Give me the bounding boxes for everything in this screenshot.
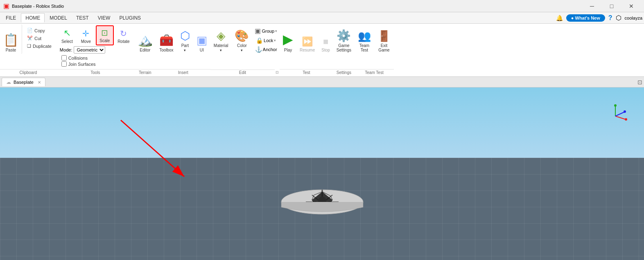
color-label: Color▾: [237, 43, 247, 52]
close-button[interactable]: ✕: [622, 0, 641, 12]
menu-view[interactable]: VIEW: [94, 13, 115, 22]
select-label: Select: [61, 39, 73, 44]
help-icon[interactable]: ?: [608, 14, 612, 22]
duplicate-button[interactable]: ❑ Duplicate: [25, 43, 53, 49]
svg-line-15: [615, 112, 624, 116]
menubar-right: 🔔 ● What's New ? ⬡ coolayza: [556, 14, 642, 22]
part-label: Part▾: [181, 43, 189, 52]
menu-home[interactable]: HOME: [21, 13, 45, 22]
tools-buttons-row: ↖ Select ✛ Move ⊡ Scale ↻: [58, 25, 133, 45]
select-button[interactable]: ↖ Select: [58, 25, 76, 45]
exit-game-icon: 🚪: [377, 30, 391, 43]
insert-section-top: 🧰 Toolbox ⬡ Part▾ ▣ UI: [156, 25, 210, 68]
username-label: coolayza: [625, 16, 642, 20]
titlebar: ▣ Baseplate - Roblox Studio ─ □ ✕: [0, 0, 644, 12]
color-button[interactable]: 🎨 Color▾: [231, 25, 252, 54]
stop-button[interactable]: ■ Stop: [318, 25, 333, 54]
resume-label: Resume: [300, 48, 315, 52]
edit-section-label: Edit: [210, 69, 275, 76]
game-settings-label: GameSettings: [337, 43, 351, 52]
exit-game-button[interactable]: 🚪 ExitGame: [374, 25, 394, 54]
rotate-button[interactable]: ↻ Rotate: [115, 25, 133, 45]
ui-button[interactable]: ▣ UI: [193, 25, 210, 54]
collisions-checkbox-label[interactable]: Collisions: [61, 55, 129, 61]
group-button[interactable]: ▣ Group ▾: [253, 26, 279, 36]
rotate-icon: ↻: [120, 29, 127, 38]
tools-section-label: Tools: [56, 69, 134, 76]
share-icon[interactable]: ⬡: [616, 14, 621, 22]
team-test-label: TeamTest: [359, 43, 369, 52]
paste-button[interactable]: 📋 Paste: [0, 25, 22, 54]
edit-right-group: ▣ Group ▾ 🔒 Lock ▾ ⚓ Anchor: [252, 25, 280, 55]
team-test-section: 👥 TeamTest 🚪 ExitGame Team Test: [355, 25, 394, 76]
tools-section: ↖ Select ✛ Move ⊡ Scale ↻: [56, 25, 134, 76]
bell-icon[interactable]: 🔔: [556, 15, 563, 21]
svg-point-12: [625, 118, 627, 121]
team-test-button[interactable]: 👥 TeamTest: [355, 25, 374, 54]
play-label: Play: [284, 48, 292, 52]
settings-section-top: ⚙️ GameSettings: [333, 25, 355, 68]
terrain-section-top: 🏔️ Editor: [134, 25, 156, 68]
svg-line-11: [615, 116, 626, 119]
clipboard-section: 📋 Paste 📄 Copy ✂️ Cut ❑ Duplicate Clipbo…: [0, 25, 56, 76]
collisions-checkbox[interactable]: [61, 55, 67, 61]
rotate-label: Rotate: [118, 39, 129, 44]
maximize-button[interactable]: □: [602, 0, 621, 12]
minimize-button[interactable]: ─: [583, 0, 601, 12]
join-surfaces-label: Join Surfaces: [68, 62, 96, 67]
edit-expand-icon[interactable]: ⊡: [275, 70, 280, 74]
edit-bottom: Edit ⊡: [210, 69, 280, 76]
stop-label: Stop: [321, 48, 330, 52]
lock-label: Lock: [264, 38, 273, 43]
viewport[interactable]: [0, 87, 644, 260]
game-settings-button[interactable]: ⚙️ GameSettings: [333, 25, 355, 54]
collisions-label: Collisions: [68, 56, 88, 61]
duplicate-label: Duplicate: [33, 44, 52, 49]
join-surfaces-checkbox[interactable]: [61, 61, 67, 67]
stop-icon: ■: [323, 36, 328, 47]
menu-test[interactable]: TEST: [72, 13, 93, 22]
mode-label: Mode:: [60, 47, 72, 52]
toolbox-button[interactable]: 🧰 Toolbox: [156, 25, 177, 54]
menu-model[interactable]: MODEL: [45, 13, 71, 22]
material-button[interactable]: ◈ Material▾: [210, 25, 232, 54]
terrain-section: 🏔️ Editor Terrain: [134, 25, 156, 76]
menu-file[interactable]: FILE: [2, 13, 20, 22]
cut-label: Cut: [34, 36, 41, 41]
anchor-label: Anchor: [263, 47, 277, 52]
resume-button[interactable]: ⏩ Resume: [296, 25, 318, 54]
ui-label: UI: [200, 48, 204, 52]
play-button[interactable]: ▶ Play: [280, 25, 296, 54]
move-button[interactable]: ✛ Move: [77, 25, 95, 45]
app-title: Baseplate - Roblox Studio: [12, 4, 64, 9]
menu-plugins[interactable]: PLUGINS: [115, 13, 145, 22]
team-test-section-top: 👥 TeamTest 🚪 ExitGame: [355, 25, 394, 68]
settings-section-label: Settings: [333, 69, 355, 76]
cut-button[interactable]: ✂️ Cut: [25, 35, 53, 42]
duplicate-icon: ❑: [27, 43, 31, 49]
insert-section: 🧰 Toolbox ⬡ Part▾ ▣ UI Insert: [156, 25, 210, 76]
join-surfaces-checkbox-label[interactable]: Join Surfaces: [61, 61, 129, 67]
lock-button[interactable]: 🔒 Lock ▾: [253, 36, 279, 45]
edit-section-top: ◈ Material▾ 🎨 Color▾ ▣ Group ▾ 🔒: [210, 25, 280, 69]
restore-view-icon[interactable]: ⊡: [637, 79, 642, 85]
part-button[interactable]: ⬡ Part▾: [177, 25, 193, 54]
resume-icon: ⏩: [302, 36, 313, 47]
tab-close-button[interactable]: ✕: [38, 80, 41, 85]
baseplate-tab[interactable]: ☁ Baseplate ✕: [2, 78, 45, 86]
anchor-button[interactable]: ⚓ Anchor: [253, 45, 279, 54]
copy-button[interactable]: 📄 Copy: [25, 27, 53, 34]
test-section: ▶ Play ⏩ Resume ■ Stop Test: [280, 25, 333, 76]
baseplate-svg: [273, 184, 371, 220]
whats-new-button[interactable]: ● What's New: [566, 14, 605, 22]
mode-dropdown[interactable]: Geometric Local World: [74, 46, 105, 54]
lock-icon: 🔒: [256, 37, 263, 44]
editor-button[interactable]: 🏔️ Editor: [134, 25, 156, 54]
color-icon: 🎨: [235, 29, 249, 43]
material-label: Material▾: [214, 43, 228, 52]
axes-widget: [603, 104, 628, 128]
tools-section-top: ↖ Select ✛ Move ⊡ Scale ↻: [56, 25, 134, 68]
scale-button[interactable]: ⊡ Scale: [96, 25, 114, 45]
select-icon: ↖: [63, 28, 71, 38]
group-icon: ▣: [255, 27, 261, 35]
